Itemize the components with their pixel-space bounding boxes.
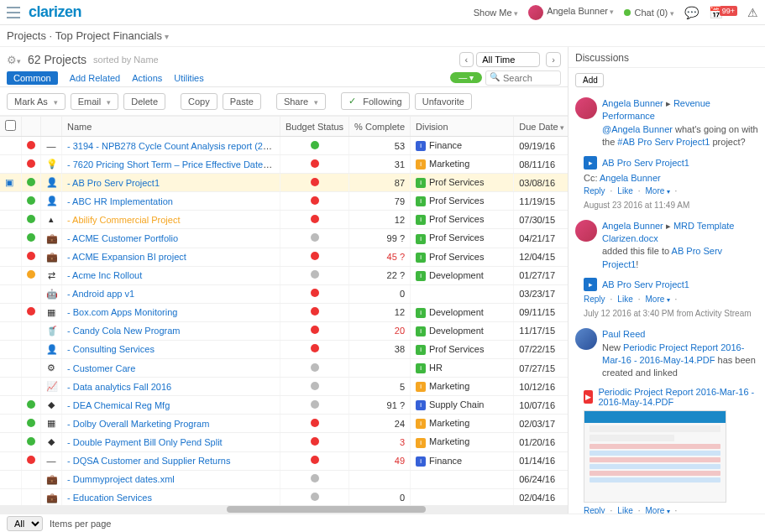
like-link[interactable]: Like: [617, 506, 632, 514]
table-row[interactable]: 💡- 7620 Pricing Short Term – Price Effec…: [0, 155, 568, 174]
project-link[interactable]: - 7620 Pricing Short Term – Price Effect…: [67, 159, 280, 170]
email-button[interactable]: Email: [71, 93, 119, 110]
project-link[interactable]: - 3194 - NPB278 Cycle Count Analysis rep…: [67, 141, 280, 151]
like-link[interactable]: Like: [617, 186, 632, 196]
time-filter[interactable]: All Time: [476, 52, 540, 67]
table-row[interactable]: 🤖- Android app v1003/23/17Bluth Company: [0, 284, 568, 303]
reply-link[interactable]: Reply: [584, 506, 605, 514]
paste-button[interactable]: Paste: [223, 93, 261, 110]
horizontal-scrollbar[interactable]: [0, 505, 568, 514]
col-name[interactable]: Name: [62, 117, 280, 137]
attachment[interactable]: ▸AB Pro Serv Project1: [584, 278, 765, 291]
col-pct-complete[interactable]: % Complete: [349, 117, 411, 137]
alerts-icon[interactable]: ⚠: [747, 6, 758, 19]
project-link[interactable]: - Dolby Overall Marketing Program: [67, 419, 209, 429]
cc-link[interactable]: Angela Bunner: [600, 173, 661, 183]
tab-add-related[interactable]: Add Related: [70, 73, 121, 83]
project-link[interactable]: - AB Pro Serv Project1: [67, 178, 160, 188]
table-row[interactable]: —- DQSA Customer and Supplier Returns49i…: [0, 451, 568, 470]
author-link[interactable]: Paul Reed: [602, 329, 645, 339]
attachment-link[interactable]: Periodic Project Report 2016-Mar-16 - 20…: [598, 387, 765, 407]
more-link[interactable]: More: [646, 506, 670, 514]
crumb-view[interactable]: Top Project Financials: [55, 29, 169, 42]
col-budget-status[interactable]: Budget Status: [280, 117, 349, 137]
show-me-menu[interactable]: Show Me: [474, 8, 518, 18]
chat-menu[interactable]: Chat (0): [624, 8, 673, 18]
messages-icon[interactable]: 💬: [684, 6, 699, 19]
col-due-date[interactable]: Due Date: [514, 117, 568, 137]
filter-pill[interactable]: — ▾: [450, 72, 482, 83]
col-division[interactable]: Division: [411, 117, 514, 137]
project-link[interactable]: - Candy Cola New Program: [67, 326, 181, 336]
expand-icon[interactable]: ▣: [5, 177, 13, 187]
author-link[interactable]: Angela Bunner: [602, 98, 663, 108]
tab-common[interactable]: Common: [7, 71, 58, 85]
tab-utilities[interactable]: Utilities: [174, 73, 203, 83]
project-link[interactable]: - Dummyproject dates.xml: [67, 474, 175, 484]
menu-icon[interactable]: [7, 7, 20, 18]
gear-icon[interactable]: ⚙▾: [7, 54, 21, 66]
author-link[interactable]: Angela Bunner: [602, 221, 663, 231]
project-type-icon: 💼: [46, 233, 56, 244]
table-row[interactable]: —- 3194 - NPB278 Cycle Count Analysis re…: [0, 137, 568, 155]
table-row[interactable]: ▣👤- AB Pro Serv Project187iProf Services…: [0, 174, 568, 192]
copy-button[interactable]: Copy: [181, 93, 217, 110]
table-row[interactable]: 💼- Education Services002/04/16ACME Corpo…: [0, 488, 568, 505]
project-link[interactable]: - Box.com Apps Monitoring: [67, 307, 177, 317]
project-link[interactable]: - Android app v1: [67, 289, 134, 299]
project-link[interactable]: - ABC HR Implementation: [67, 196, 173, 206]
project-link[interactable]: - Data analytics Fall 2016: [67, 382, 171, 392]
tab-actions[interactable]: Actions: [132, 73, 162, 83]
per-page-select[interactable]: All: [7, 516, 43, 531]
more-link[interactable]: More: [646, 295, 670, 304]
hashtag-link[interactable]: #AB Pro Serv Project1: [617, 137, 710, 147]
table-row[interactable]: ◆- DEA Chemical Reg Mfg91 ?iSupply Chain…: [0, 396, 568, 415]
like-link[interactable]: Like: [617, 295, 632, 304]
project-link[interactable]: - DQSA Customer and Supplier Returns: [67, 456, 230, 466]
select-all[interactable]: [5, 120, 16, 131]
reply-link[interactable]: Reply: [584, 186, 605, 196]
share-button[interactable]: Share: [276, 93, 326, 110]
more-link[interactable]: More: [646, 186, 670, 196]
attachment[interactable]: ▶Periodic Project Report 2016-Mar-16 - 2…: [584, 387, 765, 407]
mention-link[interactable]: @Angela Bunner: [602, 124, 673, 134]
project-link[interactable]: - Abilify Commercial Project: [67, 215, 180, 225]
table-row[interactable]: 👤- ABC HR Implementation79iProf Services…: [0, 192, 568, 211]
project-link[interactable]: - DEA Chemical Reg Mfg: [67, 400, 170, 410]
search-input[interactable]: [485, 70, 561, 86]
attachment-link[interactable]: AB Pro Serv Project1: [602, 279, 689, 289]
project-link[interactable]: - Double Payment Bill Only Pend Split: [67, 437, 223, 447]
unfavorite-button[interactable]: Unfavorite: [415, 93, 472, 110]
following-button[interactable]: Following: [341, 92, 409, 110]
table-row[interactable]: ◆- Double Payment Bill Only Pend Split3i…: [0, 433, 568, 451]
table-row[interactable]: ⚙- Customer CareiHR07/27/15: [0, 359, 568, 378]
table-row[interactable]: 📈- Data analytics Fall 20165iMarketing10…: [0, 378, 568, 396]
project-link[interactable]: - ACME Customer Portfolio: [67, 233, 178, 243]
time-next[interactable]: ›: [546, 52, 561, 67]
time-prev[interactable]: ‹: [459, 52, 474, 67]
attachment-link[interactable]: AB Pro Serv Project1: [602, 158, 689, 168]
delete-button[interactable]: Delete: [123, 93, 165, 110]
user-menu[interactable]: Angela Bunner: [528, 5, 614, 20]
mark-as-button[interactable]: Mark As: [7, 93, 65, 110]
project-link[interactable]: - Education Services: [67, 493, 152, 503]
table-row[interactable]: ▦- Box.com Apps Monitoring12iDevelopment…: [0, 303, 568, 321]
project-link[interactable]: - Acme Inc Rollout: [67, 270, 142, 280]
table-row[interactable]: 💼- Dummyproject dates.xml06/24/16: [0, 470, 568, 488]
calendar-icon[interactable]: 📅99+: [709, 6, 737, 19]
table-row[interactable]: 💼- ACME Expansion BI project45 ?iProf Se…: [0, 248, 568, 266]
table-row[interactable]: 👤- Consulting Services38iProf Services07…: [0, 340, 568, 358]
attachment[interactable]: ▸AB Pro Serv Project1: [584, 156, 765, 170]
project-link[interactable]: - ACME Expansion BI project: [67, 252, 186, 262]
reply-link[interactable]: Reply: [584, 295, 605, 304]
add-discussion-button[interactable]: Add: [575, 73, 604, 87]
table-row[interactable]: ▦- Dolby Overall Marketing Program24iMar…: [0, 415, 568, 433]
table-row[interactable]: ▴- Abilify Commercial Project12iProf Ser…: [0, 211, 568, 229]
table-row[interactable]: 🥤- Candy Cola New Program20iDevelopment1…: [0, 321, 568, 340]
table-row[interactable]: 💼- ACME Customer Portfolio99 ?iProf Serv…: [0, 229, 568, 248]
attachment-preview[interactable]: [584, 410, 726, 503]
table-row[interactable]: ⇄- Acme Inc Rollout22 ?iDevelopment01/27…: [0, 266, 568, 284]
project-link[interactable]: - Consulting Services: [67, 344, 155, 354]
project-link[interactable]: - Customer Care: [67, 363, 135, 373]
crumb-projects[interactable]: Projects: [7, 29, 46, 42]
